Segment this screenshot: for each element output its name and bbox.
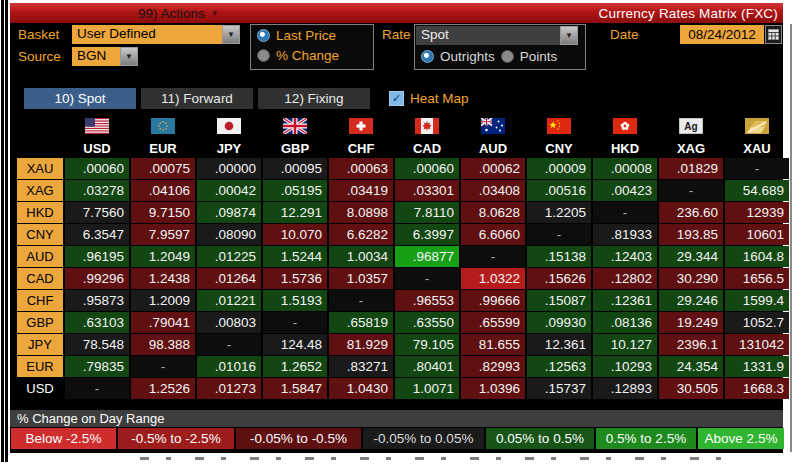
matrix-cell-cny-xag[interactable]: 193.85	[659, 224, 723, 245]
column-header-cad[interactable]: CAD	[395, 140, 459, 157]
matrix-cell-xau-hkd[interactable]: .00008	[593, 158, 657, 179]
matrix-cell-hkd-xau[interactable]: 12939	[725, 202, 789, 223]
matrix-cell-eur-aud[interactable]: .82993	[461, 356, 525, 377]
matrix-cell-usd-hkd[interactable]: .12893	[593, 378, 657, 399]
matrix-cell-jpy-xag[interactable]: 2396.1	[659, 334, 723, 355]
matrix-cell-chf-jpy[interactable]: .01221	[197, 290, 261, 311]
matrix-cell-xau-cny[interactable]: .00009	[527, 158, 591, 179]
matrix-cell-eur-jpy[interactable]: .01016	[197, 356, 261, 377]
radio-last-price[interactable]: Last Price	[251, 25, 373, 45]
matrix-cell-cny-xau[interactable]: 10601	[725, 224, 789, 245]
row-header-jpy[interactable]: JPY	[17, 334, 63, 355]
row-header-eur[interactable]: EUR	[17, 356, 63, 377]
column-header-usd[interactable]: USD	[65, 140, 129, 157]
matrix-cell-jpy-hkd[interactable]: 10.127	[593, 334, 657, 355]
matrix-cell-xau-usd[interactable]: .00060	[65, 158, 129, 179]
column-header-xau[interactable]: XAU	[725, 140, 789, 157]
matrix-cell-xag-eur[interactable]: .04106	[131, 180, 195, 201]
column-header-chf[interactable]: CHF	[329, 140, 393, 157]
matrix-cell-gbp-hkd[interactable]: .08136	[593, 312, 657, 333]
matrix-cell-cad-chf[interactable]: 1.0357	[329, 268, 393, 289]
matrix-cell-usd-xau[interactable]: 1668.3	[725, 378, 789, 399]
matrix-cell-jpy-usd[interactable]: 78.548	[65, 334, 129, 355]
matrix-cell-eur-xag[interactable]: 24.354	[659, 356, 723, 377]
row-header-xag[interactable]: XAG	[17, 180, 63, 201]
date-input[interactable]: 08/24/2012	[680, 25, 764, 44]
matrix-cell-gbp-eur[interactable]: .79041	[131, 312, 195, 333]
matrix-cell-chf-eur[interactable]: 1.2009	[131, 290, 195, 311]
row-header-usd[interactable]: USD	[17, 378, 63, 399]
rate-dropdown[interactable]: Spot ▼	[416, 26, 584, 45]
matrix-cell-cad-aud[interactable]: 1.0322	[461, 268, 525, 289]
matrix-cell-eur-chf[interactable]: .83271	[329, 356, 393, 377]
column-header-cny[interactable]: CNY	[527, 140, 591, 157]
row-header-gbp[interactable]: GBP	[17, 312, 63, 333]
matrix-cell-hkd-usd[interactable]: 7.7560	[65, 202, 129, 223]
matrix-cell-hkd-cad[interactable]: 7.8110	[395, 202, 459, 223]
matrix-cell-chf-aud[interactable]: .99666	[461, 290, 525, 311]
column-header-aud[interactable]: AUD	[461, 140, 525, 157]
tab-fixing[interactable]: 12) Fixing	[258, 88, 370, 109]
matrix-cell-xau-chf[interactable]: .00063	[329, 158, 393, 179]
matrix-cell-cny-chf[interactable]: 6.6282	[329, 224, 393, 245]
matrix-cell-aud-eur[interactable]: 1.2049	[131, 246, 195, 267]
matrix-cell-jpy-cny[interactable]: 12.361	[527, 334, 591, 355]
row-header-hkd[interactable]: HKD	[17, 202, 63, 223]
basket-dropdown[interactable]: User Defined ▼	[72, 25, 240, 44]
matrix-cell-gbp-cad[interactable]: .63550	[395, 312, 459, 333]
matrix-cell-jpy-aud[interactable]: 81.655	[461, 334, 525, 355]
matrix-cell-xag-xau[interactable]: 54.689	[725, 180, 789, 201]
matrix-cell-xag-aud[interactable]: .03408	[461, 180, 525, 201]
column-header-jpy[interactable]: JPY	[197, 140, 261, 157]
matrix-cell-cny-eur[interactable]: 7.9597	[131, 224, 195, 245]
matrix-cell-gbp-xau[interactable]: 1052.7	[725, 312, 789, 333]
matrix-cell-eur-cad[interactable]: .80401	[395, 356, 459, 377]
matrix-cell-chf-hkd[interactable]: .12361	[593, 290, 657, 311]
matrix-cell-gbp-chf[interactable]: .65819	[329, 312, 393, 333]
matrix-cell-jpy-gbp[interactable]: 124.48	[263, 334, 327, 355]
chevron-down-icon[interactable]: ▼	[120, 47, 138, 66]
matrix-cell-hkd-aud[interactable]: 8.0628	[461, 202, 525, 223]
matrix-cell-xag-usd[interactable]: .03278	[65, 180, 129, 201]
matrix-cell-xag-hkd[interactable]: .00423	[593, 180, 657, 201]
tab-spot[interactable]: 10) Spot	[24, 88, 136, 109]
matrix-cell-gbp-jpy[interactable]: .00803	[197, 312, 261, 333]
matrix-cell-cad-usd[interactable]: .99296	[65, 268, 129, 289]
chevron-down-icon[interactable]: ▼	[560, 26, 578, 45]
matrix-cell-usd-gbp[interactable]: 1.5847	[263, 378, 327, 399]
matrix-cell-xag-cad[interactable]: .03301	[395, 180, 459, 201]
matrix-cell-aud-usd[interactable]: .96195	[65, 246, 129, 267]
radio-points[interactable]: Points	[495, 46, 558, 66]
matrix-cell-chf-xag[interactable]: 29.246	[659, 290, 723, 311]
matrix-cell-eur-cny[interactable]: .12563	[527, 356, 591, 377]
matrix-cell-eur-xau[interactable]: 1331.9	[725, 356, 789, 377]
matrix-cell-cad-eur[interactable]: 1.2438	[131, 268, 195, 289]
row-header-xau[interactable]: XAU	[17, 158, 63, 179]
heat-map-toggle[interactable]: ✓ Heat Map	[389, 91, 469, 106]
matrix-cell-cad-xau[interactable]: 1656.5	[725, 268, 789, 289]
matrix-cell-aud-gbp[interactable]: 1.5244	[263, 246, 327, 267]
matrix-cell-xau-jpy[interactable]: .00000	[197, 158, 261, 179]
matrix-cell-cny-jpy[interactable]: .08090	[197, 224, 261, 245]
matrix-cell-aud-jpy[interactable]: .01225	[197, 246, 261, 267]
matrix-cell-aud-hkd[interactable]: .12403	[593, 246, 657, 267]
matrix-cell-xau-aud[interactable]: .00062	[461, 158, 525, 179]
matrix-cell-usd-chf[interactable]: 1.0430	[329, 378, 393, 399]
matrix-cell-cny-aud[interactable]: 6.6060	[461, 224, 525, 245]
matrix-cell-aud-cny[interactable]: .15138	[527, 246, 591, 267]
matrix-cell-aud-chf[interactable]: 1.0034	[329, 246, 393, 267]
matrix-cell-jpy-chf[interactable]: 81.929	[329, 334, 393, 355]
matrix-cell-chf-gbp[interactable]: 1.5193	[263, 290, 327, 311]
matrix-cell-jpy-eur[interactable]: 98.388	[131, 334, 195, 355]
matrix-cell-gbp-aud[interactable]: .65599	[461, 312, 525, 333]
matrix-cell-eur-hkd[interactable]: .10293	[593, 356, 657, 377]
matrix-cell-aud-cad[interactable]: .96877	[395, 246, 459, 267]
matrix-cell-jpy-xau[interactable]: 131042	[725, 334, 789, 355]
matrix-cell-xag-gbp[interactable]: .05195	[263, 180, 327, 201]
row-header-aud[interactable]: AUD	[17, 246, 63, 267]
matrix-cell-hkd-cny[interactable]: 1.2205	[527, 202, 591, 223]
matrix-cell-chf-xau[interactable]: 1599.4	[725, 290, 789, 311]
column-header-hkd[interactable]: HKD	[593, 140, 657, 157]
matrix-cell-cad-cny[interactable]: .15626	[527, 268, 591, 289]
matrix-cell-cny-cad[interactable]: 6.3997	[395, 224, 459, 245]
